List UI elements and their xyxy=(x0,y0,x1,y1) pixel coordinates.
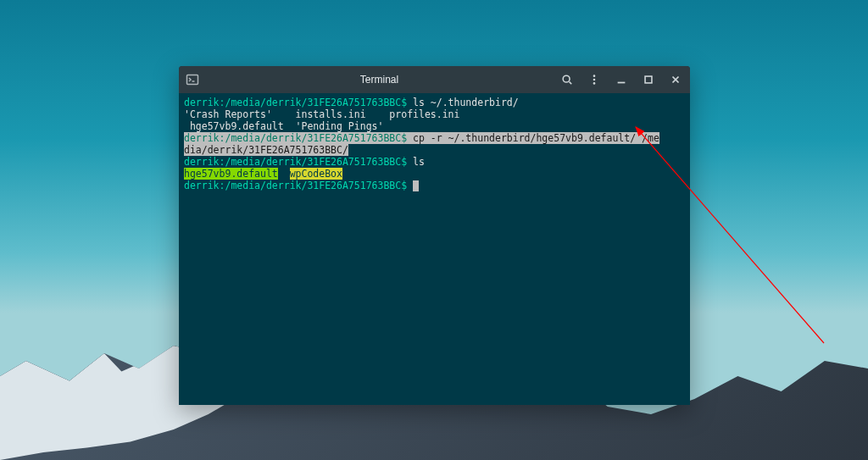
prompt-path: :/media/derrik/31FE26A751763BBC xyxy=(220,180,402,191)
svg-rect-7 xyxy=(645,76,652,83)
terminal-cursor xyxy=(413,180,419,191)
window-title: Terminal xyxy=(199,74,559,86)
desktop-background: Terminal xyxy=(0,0,868,460)
highlighted-dir: hge57vb9.default xyxy=(184,168,278,180)
terminal-body[interactable]: derrik:/media/derrik/31FE26A751763BBC$ l… xyxy=(179,93,690,405)
terminal-app-icon xyxy=(186,73,199,86)
maximize-icon[interactable] xyxy=(641,72,656,87)
file-listing: hge57vb9.default xyxy=(184,120,284,132)
prompt-user: derrik xyxy=(184,156,220,168)
prompt-path: :/media/derrik/31FE26A751763BBC xyxy=(220,97,402,108)
command-text: ls xyxy=(407,156,425,168)
file-listing: 'Crash Reports' xyxy=(184,108,272,120)
svg-rect-0 xyxy=(187,75,198,85)
prompt-user: derrik xyxy=(184,97,220,108)
svg-point-1 xyxy=(563,75,570,82)
file-listing: 'Pending Pings' xyxy=(296,120,384,132)
svg-line-2 xyxy=(570,82,572,85)
svg-point-5 xyxy=(593,82,596,85)
file-listing: profiles.ini xyxy=(389,108,459,120)
command-text-selected: dia/derrik/31FE26A751763BBC/ xyxy=(184,144,348,156)
spacing xyxy=(272,108,296,120)
close-icon[interactable] xyxy=(668,72,683,87)
svg-point-3 xyxy=(593,75,596,77)
search-icon[interactable] xyxy=(559,72,575,87)
prompt-path: :/media/derrik/31FE26A751763BBC xyxy=(220,156,402,168)
spacing xyxy=(284,120,296,132)
menu-icon[interactable] xyxy=(587,72,602,87)
command-text xyxy=(407,180,413,191)
spacing xyxy=(366,108,390,120)
command-text-selected: cp -r ~/.thunderbird/hge57vb9.default/ /… xyxy=(407,132,659,144)
command-text: ls ~/.thunderbird/ xyxy=(407,97,519,108)
spacing xyxy=(278,168,290,180)
titlebar[interactable]: Terminal xyxy=(179,66,690,93)
prompt-user-selected: derrik xyxy=(184,132,220,144)
svg-point-4 xyxy=(593,79,596,81)
prompt-user: derrik xyxy=(184,180,220,191)
file-listing: installs.ini xyxy=(296,108,366,120)
titlebar-controls xyxy=(559,72,683,87)
minimize-icon[interactable] xyxy=(614,72,629,87)
prompt-path-selected: :/media/derrik/31FE26A751763BBC xyxy=(220,132,402,144)
highlighted-dir: wpCodeBox xyxy=(290,168,342,180)
terminal-window: Terminal xyxy=(179,66,690,405)
